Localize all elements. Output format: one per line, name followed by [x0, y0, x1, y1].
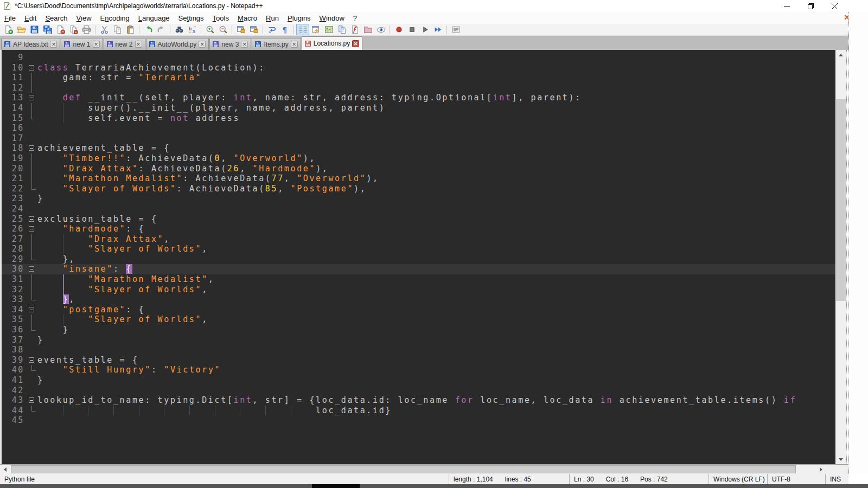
horizontal-scrollbar[interactable]	[0, 464, 848, 474]
bookmark-margin[interactable]	[2, 93, 6, 103]
bookmark-margin[interactable]	[2, 365, 6, 375]
menu-edit[interactable]: Edit	[20, 13, 41, 23]
tab-new-1[interactable]: new 1✕	[61, 38, 103, 50]
undo-icon[interactable]	[142, 24, 155, 35]
bookmark-margin[interactable]	[2, 103, 6, 113]
macro-run-multiple-icon[interactable]	[431, 24, 444, 35]
folder-workspace-icon[interactable]	[361, 24, 374, 35]
open-file-icon[interactable]	[15, 24, 28, 35]
zoom-out-icon[interactable]	[216, 24, 229, 35]
bookmark-margin[interactable]	[2, 375, 6, 386]
bookmark-margin[interactable]	[2, 113, 6, 124]
vertical-scrollbar[interactable]	[835, 50, 846, 464]
menu-settings[interactable]: Settings	[174, 13, 208, 23]
bookmark-margin[interactable]	[2, 305, 6, 315]
scroll-up-icon[interactable]	[835, 50, 846, 60]
bookmark-margin[interactable]	[2, 274, 6, 285]
bookmark-margin[interactable]	[2, 244, 6, 254]
menu-macro[interactable]: Macro	[233, 13, 261, 23]
bookmark-margin[interactable]	[2, 285, 6, 295]
tab-new-2[interactable]: new 2✕	[104, 38, 145, 50]
tab-items-py[interactable]: Items.py✕	[252, 38, 301, 50]
close-all-icon[interactable]	[67, 24, 80, 35]
eol-format-label[interactable]: Windows (CR LF)	[713, 476, 765, 483]
bookmark-margin[interactable]	[2, 406, 6, 416]
bookmark-margin[interactable]	[2, 214, 6, 224]
bookmark-margin[interactable]	[2, 194, 6, 204]
encoding-label[interactable]: UTF-8	[772, 476, 790, 483]
bookmark-margin[interactable]	[2, 143, 6, 153]
bookmark-margin[interactable]	[2, 133, 6, 144]
bookmark-margin[interactable]	[2, 184, 6, 194]
tab-autoworld-py[interactable]: AutoWorld.py✕	[146, 38, 209, 50]
bookmark-margin[interactable]	[2, 123, 6, 133]
bookmark-margin[interactable]	[2, 174, 6, 184]
vertical-scrollbar-thumb[interactable]	[836, 99, 846, 301]
bookmark-margin[interactable]	[2, 63, 6, 73]
zoom-in-icon[interactable]	[203, 24, 216, 35]
document-map-icon[interactable]	[322, 24, 335, 35]
fold-collapse-icon[interactable]	[28, 264, 37, 274]
monitoring-eye-icon[interactable]	[374, 24, 387, 35]
bookmark-margin[interactable]	[2, 415, 6, 426]
document-list-icon[interactable]	[335, 24, 348, 35]
copy-icon[interactable]	[111, 24, 124, 35]
fold-collapse-icon[interactable]	[28, 355, 37, 365]
replace-icon[interactable]: ba	[186, 24, 199, 35]
macro-record-icon[interactable]	[392, 24, 405, 35]
scroll-down-icon[interactable]	[835, 454, 846, 464]
bookmark-margin[interactable]	[2, 386, 6, 396]
tab-locations-py[interactable]: Locations.py✕	[302, 36, 362, 50]
fold-collapse-icon[interactable]	[28, 93, 37, 103]
menu-plugins[interactable]: Plugins	[283, 13, 315, 23]
close-icon[interactable]	[822, 0, 846, 12]
bookmark-margin[interactable]	[2, 254, 6, 265]
menu-file[interactable]: File	[0, 13, 20, 23]
sync-vertical-icon[interactable]	[234, 24, 247, 35]
bookmark-margin[interactable]	[2, 53, 6, 63]
tab-close-icon[interactable]: ✕	[352, 40, 359, 47]
indent-guide-icon[interactable]	[296, 24, 309, 35]
bookmark-margin[interactable]	[2, 224, 6, 234]
tab-close-icon[interactable]: ✕	[199, 41, 206, 48]
bookmark-margin[interactable]	[2, 314, 6, 325]
close-file-icon[interactable]	[54, 24, 67, 35]
fold-collapse-icon[interactable]	[28, 143, 37, 153]
menu-search[interactable]: Search	[41, 13, 72, 23]
run-lightning-icon[interactable]	[309, 24, 322, 35]
bookmark-margin[interactable]	[2, 153, 6, 164]
menu-window[interactable]: Window	[315, 13, 349, 23]
word-wrap-icon[interactable]	[265, 24, 278, 35]
cut-icon[interactable]	[98, 24, 111, 35]
tab-ap-ideas-txt[interactable]: AP Ideas.txt✕	[1, 38, 60, 50]
menu-run[interactable]: Run	[261, 13, 283, 23]
minimize-icon[interactable]	[775, 0, 799, 12]
menu-help[interactable]: ?	[349, 13, 361, 23]
function-list-icon[interactable]	[348, 24, 361, 35]
tab-close-icon[interactable]: ✕	[241, 41, 248, 48]
menu-encoding[interactable]: Encoding	[96, 13, 134, 23]
tab-new-3[interactable]: new 3✕	[209, 38, 251, 50]
macro-save-icon[interactable]	[449, 24, 462, 35]
scroll-right-icon[interactable]	[816, 465, 826, 474]
insert-mode-label[interactable]: INS	[830, 476, 841, 483]
new-file-icon[interactable]	[2, 24, 15, 35]
bookmark-margin[interactable]	[2, 395, 6, 406]
horizontal-scrollbar-thumb[interactable]	[11, 465, 796, 473]
save-icon[interactable]	[28, 24, 41, 35]
bookmark-margin[interactable]	[2, 345, 6, 355]
menu-tools[interactable]: Tools	[208, 13, 233, 23]
code-editor[interactable]: 910class TerrariaAchievement(Location):1…	[2, 50, 835, 464]
sync-horizontal-icon[interactable]	[247, 24, 260, 35]
macro-stop-icon[interactable]	[405, 24, 418, 35]
menu-view[interactable]: View	[72, 13, 96, 23]
fold-collapse-icon[interactable]	[28, 305, 37, 315]
bookmark-margin[interactable]	[2, 355, 6, 365]
bookmark-margin[interactable]	[2, 325, 6, 335]
tab-close-icon[interactable]: ✕	[50, 41, 57, 48]
tab-close-icon[interactable]: ✕	[291, 41, 298, 48]
fold-collapse-icon[interactable]	[28, 214, 37, 224]
bookmark-margin[interactable]	[2, 73, 6, 83]
scroll-left-icon[interactable]	[0, 465, 10, 474]
restore-icon[interactable]	[799, 0, 822, 12]
